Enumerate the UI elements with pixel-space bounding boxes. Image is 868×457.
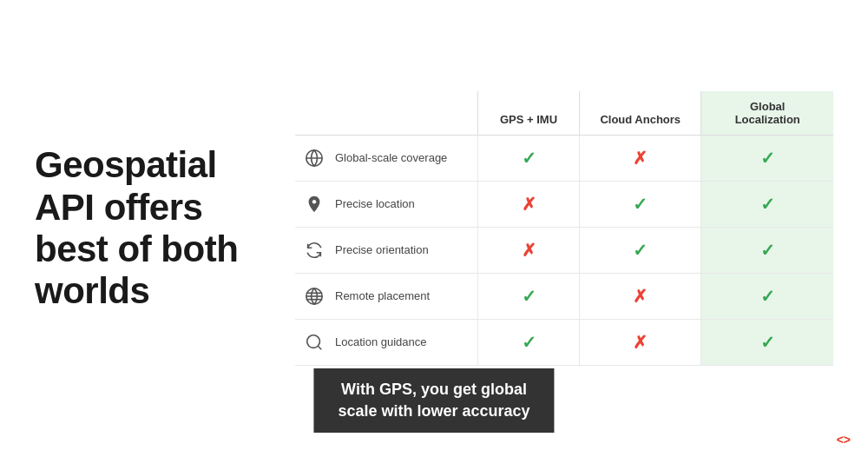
col-header-global: Global Localization <box>701 91 833 136</box>
cloud-cell: ✗ <box>580 274 701 320</box>
refresh-icon <box>302 238 326 262</box>
cloud-cell: ✗ <box>580 320 701 366</box>
global-cell: ✓ <box>701 274 833 320</box>
feature-cell: Precise orientation <box>295 228 478 274</box>
gps-cell: ✓ <box>478 136 580 182</box>
feature-label: Precise orientation <box>335 243 429 258</box>
feature-label: Location guidance <box>335 335 427 350</box>
svg-line-6 <box>318 346 321 349</box>
feature-cell: Remote placement <box>295 274 478 320</box>
corner-logo: <> <box>837 433 851 447</box>
feature-cell: Global-scale coverage <box>295 136 478 182</box>
gps-cell: ✓ <box>478 320 580 366</box>
global-cell: ✓ <box>701 228 833 274</box>
feature-cell: Precise location <box>295 182 478 228</box>
global-cell: ✓ <box>701 182 833 228</box>
cloud-cell: ✓ <box>580 182 701 228</box>
gps-cell: ✓ <box>478 274 580 320</box>
global-cell: ✓ <box>701 136 833 182</box>
col-header-gps: GPS + IMU <box>478 91 580 136</box>
grid-icon <box>302 284 326 308</box>
table-row: Precise orientation ✗ ✓ ✓ <box>295 228 833 274</box>
cloud-cell: ✓ <box>580 228 701 274</box>
feature-cell: Location guidance <box>295 320 478 366</box>
feature-label: Remote placement <box>335 289 430 304</box>
left-panel: Geospatial API offers best of both world… <box>35 144 295 312</box>
table-row: Location guidance ✓ ✗ ✓ <box>295 320 833 366</box>
comparison-table: GPS + IMU Cloud Anchors Global Localizat… <box>295 91 833 366</box>
svg-point-5 <box>307 335 320 348</box>
search-icon <box>302 330 326 354</box>
feature-label: Precise location <box>335 197 415 212</box>
table-row: Remote placement ✓ ✗ ✓ <box>295 274 833 320</box>
gps-cell: ✗ <box>478 228 580 274</box>
pin-icon <box>302 192 326 216</box>
cloud-cell: ✗ <box>580 136 701 182</box>
col-header-feature <box>295 91 478 136</box>
col-header-cloud: Cloud Anchors <box>580 91 701 136</box>
bottom-caption: With GPS, you get global scale with lowe… <box>313 368 554 433</box>
gps-cell: ✗ <box>478 182 580 228</box>
main-title: Geospatial API offers best of both world… <box>35 144 278 312</box>
feature-label: Global-scale coverage <box>335 151 447 166</box>
table-row: Global-scale coverage ✓ ✗ ✓ <box>295 136 833 182</box>
globe-icon <box>302 146 326 170</box>
table-row: Precise location ✗ ✓ ✓ <box>295 182 833 228</box>
global-cell: ✓ <box>701 320 833 366</box>
comparison-table-section: GPS + IMU Cloud Anchors Global Localizat… <box>295 91 833 366</box>
